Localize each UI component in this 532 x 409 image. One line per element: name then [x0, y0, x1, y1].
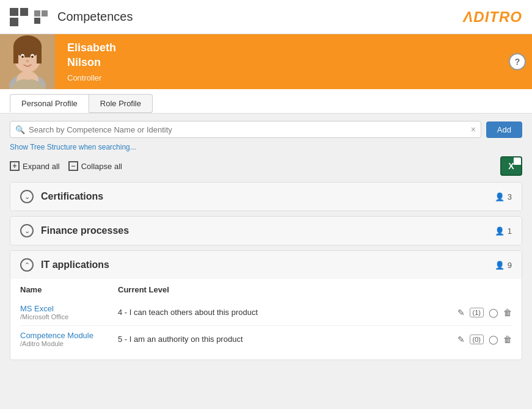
search-input[interactable]	[29, 125, 467, 134]
row1-comp-sub: /Microsoft Office	[20, 313, 118, 320]
profile-avatar	[0, 34, 55, 89]
app-logo-grid	[10, 8, 28, 26]
row2-level: 5 - I am an authority on this product	[118, 335, 243, 344]
certifications-title: Certifications	[41, 191, 487, 202]
col-name-header: Name	[20, 279, 118, 299]
it-applications-section: ⌄ IT applications 👤 9 Name Current Level	[10, 250, 522, 360]
add-button[interactable]: Add	[486, 121, 522, 138]
row2-comp-sub: /Aditro Module	[20, 340, 118, 347]
col-level-header: Current Level	[118, 279, 420, 299]
logo-cell-4	[20, 18, 29, 26]
row1-actions: ✎ (1) ◯ 🗑	[420, 308, 512, 317]
tab-role-profile[interactable]: Role Profile	[89, 94, 153, 113]
profile-info: Elisabeth Nilson Controller	[55, 31, 128, 92]
finance-person-icon: 👤	[495, 226, 505, 236]
tabs-bar: Personal Profile Role Profile	[0, 89, 532, 114]
it-applications-person-icon: 👤	[495, 261, 505, 270]
certifications-count: 3	[508, 192, 512, 201]
toolbar-row: + Expand all − Collapse all X	[10, 156, 522, 176]
row2-name-cell: Competence Module /Aditro Module	[20, 326, 118, 353]
row1-comp-name[interactable]: MS Excel	[20, 304, 118, 313]
excel-export-button[interactable]: X	[500, 156, 522, 176]
profile-first-name: Elisabeth	[67, 42, 116, 54]
logo-cell-2	[20, 8, 29, 16]
row2-clock-icon[interactable]: ◯	[489, 335, 498, 344]
profile-role: Controller	[67, 73, 116, 82]
finance-chevron: ⌄	[20, 224, 34, 237]
expand-all-button[interactable]: + Expand all	[10, 161, 60, 171]
it-applications-count: 9	[508, 261, 512, 270]
expand-all-label: Expand all	[23, 162, 60, 171]
svg-point-7	[21, 56, 24, 58]
row1-level: 4 - I can teach others about this produc…	[118, 308, 258, 317]
svg-point-9	[26, 60, 29, 62]
certifications-section: ⌄ Certifications 👤 3	[10, 182, 522, 211]
brand-logo: ΛDITRO	[463, 9, 522, 26]
app-logo	[34, 10, 48, 24]
collapse-all-icon: −	[68, 161, 78, 171]
tree-structure-link[interactable]: Show Tree Structure when searching...	[10, 143, 522, 151]
profile-banner: Elisabeth Nilson Controller ?	[0, 34, 532, 89]
header-left: Competences	[10, 8, 133, 26]
search-icon: 🔍	[15, 125, 25, 134]
profile-name: Elisabeth Nilson	[67, 41, 116, 70]
finance-badge: 👤 1	[495, 226, 512, 236]
tab-personal-profile[interactable]: Personal Profile	[10, 94, 89, 113]
row2-copy-button[interactable]: (0)	[470, 335, 484, 344]
row1-actions-cell: ✎ (1) ◯ 🗑	[420, 299, 512, 326]
it-applications-badge: 👤 9	[495, 261, 512, 270]
finance-title: Finance processes	[41, 225, 487, 236]
finance-count: 1	[508, 226, 512, 236]
row2-actions-cell: ✎ (0) ◯ 🗑	[420, 326, 512, 353]
row1-name-cell: MS Excel /Microsoft Office	[20, 299, 118, 326]
row2-comp-name[interactable]: Competence Module	[20, 331, 118, 340]
logo-cell-3	[10, 18, 18, 26]
collapse-all-button[interactable]: − Collapse all	[68, 161, 122, 171]
main-content: 🔍 × Add Show Tree Structure when searchi…	[0, 114, 532, 372]
excel-icon: X	[508, 161, 514, 171]
certifications-person-icon: 👤	[495, 192, 505, 201]
app-header: Competences ΛDITRO	[0, 0, 532, 34]
help-button[interactable]: ?	[509, 53, 526, 70]
row1-edit-icon[interactable]: ✎	[457, 308, 465, 317]
profile-last-name: Nilson	[67, 56, 101, 68]
avatar-svg	[0, 34, 55, 89]
it-applications-table: Name Current Level MS Excel /Microsoft O…	[20, 279, 512, 352]
row2-level-cell: 5 - I am an authority on this product	[118, 326, 420, 353]
it-applications-chevron: ⌄	[20, 258, 34, 272]
row1-delete-icon[interactable]: 🗑	[503, 308, 512, 317]
search-row: 🔍 × Add	[10, 121, 522, 138]
certifications-chevron: ⌄	[20, 190, 34, 203]
it-applications-title: IT applications	[41, 259, 487, 270]
avatar-image	[0, 34, 55, 89]
search-box: 🔍 ×	[10, 121, 481, 138]
logo-cell-1	[10, 8, 18, 16]
svg-point-8	[31, 56, 34, 58]
row2-actions: ✎ (0) ◯ 🗑	[420, 335, 512, 344]
svg-rect-4	[37, 45, 42, 63]
finance-header[interactable]: ⌄ Finance processes 👤 1	[10, 217, 522, 245]
app-title: Competences	[57, 10, 133, 24]
svg-rect-3	[13, 45, 18, 63]
certifications-badge: 👤 3	[495, 192, 512, 201]
table-row: MS Excel /Microsoft Office 4 - I can tea…	[20, 299, 512, 326]
it-applications-body: Name Current Level MS Excel /Microsoft O…	[10, 279, 522, 360]
row2-delete-icon[interactable]: 🗑	[503, 335, 512, 344]
it-applications-header[interactable]: ⌄ IT applications 👤 9	[10, 251, 522, 279]
collapse-all-label: Collapse all	[81, 162, 122, 171]
certifications-header[interactable]: ⌄ Certifications 👤 3	[10, 183, 522, 211]
finance-section: ⌄ Finance processes 👤 1	[10, 216, 522, 245]
row1-clock-icon[interactable]: ◯	[489, 308, 498, 317]
search-clear-icon[interactable]: ×	[471, 125, 476, 134]
excel-corner-decoration	[514, 157, 521, 165]
table-row: Competence Module /Aditro Module 5 - I a…	[20, 326, 512, 353]
expand-all-icon: +	[10, 161, 20, 171]
row2-edit-icon[interactable]: ✎	[457, 335, 465, 344]
row1-level-cell: 4 - I can teach others about this produc…	[118, 299, 420, 326]
row1-copy-button[interactable]: (1)	[470, 308, 484, 317]
